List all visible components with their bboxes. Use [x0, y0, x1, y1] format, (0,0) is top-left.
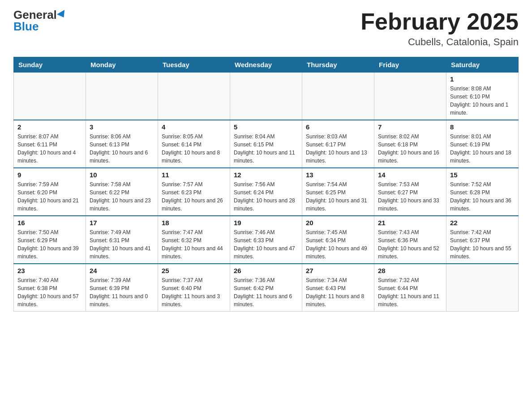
day-info: Sunrise: 7:54 AMSunset: 6:25 PMDaylight:… [306, 180, 370, 213]
day-info: Sunrise: 7:34 AMSunset: 6:43 PMDaylight:… [306, 276, 370, 308]
day-info: Sunrise: 7:52 AMSunset: 6:28 PMDaylight:… [450, 180, 515, 213]
calendar-day-cell: 4Sunrise: 8:05 AMSunset: 6:14 PMDaylight… [158, 120, 230, 168]
day-info: Sunrise: 8:02 AMSunset: 6:18 PMDaylight:… [378, 133, 442, 165]
calendar-day-cell: 12Sunrise: 7:56 AMSunset: 6:24 PMDayligh… [230, 168, 302, 216]
calendar-day-cell: 15Sunrise: 7:52 AMSunset: 6:28 PMDayligh… [446, 168, 519, 216]
weekday-header-saturday: Saturday [446, 57, 519, 73]
day-number: 13 [306, 171, 370, 179]
day-info: Sunrise: 7:42 AMSunset: 6:37 PMDaylight:… [450, 228, 515, 261]
day-info: Sunrise: 7:45 AMSunset: 6:34 PMDaylight:… [306, 228, 370, 261]
day-number: 10 [90, 171, 154, 179]
day-number: 20 [306, 219, 370, 227]
logo-general-text: General [13, 9, 57, 21]
calendar-day-cell: 9Sunrise: 7:59 AMSunset: 6:20 PMDaylight… [14, 168, 86, 216]
logo-blue-text: Blue [13, 21, 39, 32]
day-info: Sunrise: 7:37 AMSunset: 6:40 PMDaylight:… [162, 276, 226, 308]
day-number: 26 [234, 267, 298, 274]
calendar-day-cell [230, 73, 302, 120]
day-number: 12 [234, 171, 298, 179]
day-info: Sunrise: 7:50 AMSunset: 6:29 PMDaylight:… [17, 228, 82, 261]
calendar-day-cell: 23Sunrise: 7:40 AMSunset: 6:38 PMDayligh… [14, 264, 86, 312]
day-info: Sunrise: 7:53 AMSunset: 6:27 PMDaylight:… [378, 180, 442, 213]
calendar-day-cell: 11Sunrise: 7:57 AMSunset: 6:23 PMDayligh… [158, 168, 230, 216]
day-info: Sunrise: 7:57 AMSunset: 6:23 PMDaylight:… [162, 180, 226, 213]
calendar-week-row: 23Sunrise: 7:40 AMSunset: 6:38 PMDayligh… [14, 264, 519, 312]
day-number: 23 [17, 267, 82, 274]
day-info: Sunrise: 7:40 AMSunset: 6:38 PMDaylight:… [17, 276, 82, 308]
calendar-week-row: 1Sunrise: 8:08 AMSunset: 6:10 PMDaylight… [14, 73, 519, 120]
calendar-day-cell: 6Sunrise: 8:03 AMSunset: 6:17 PMDaylight… [302, 120, 374, 168]
calendar-day-cell [86, 73, 158, 120]
day-number: 24 [90, 267, 154, 274]
day-info: Sunrise: 8:01 AMSunset: 6:19 PMDaylight:… [450, 133, 515, 165]
day-info: Sunrise: 7:49 AMSunset: 6:31 PMDaylight:… [90, 228, 154, 261]
day-number: 7 [378, 123, 442, 131]
day-info: Sunrise: 8:08 AMSunset: 6:10 PMDaylight:… [450, 85, 515, 117]
day-info: Sunrise: 7:58 AMSunset: 6:22 PMDaylight:… [90, 180, 154, 213]
weekday-header-wednesday: Wednesday [230, 57, 302, 73]
calendar-table: SundayMondayTuesdayWednesdayThursdayFrid… [13, 57, 519, 312]
calendar-day-cell: 20Sunrise: 7:45 AMSunset: 6:34 PMDayligh… [302, 216, 374, 264]
page-header: General Blue February 2025 Cubells, Cata… [13, 9, 519, 48]
calendar-day-cell: 22Sunrise: 7:42 AMSunset: 6:37 PMDayligh… [446, 216, 519, 264]
title-area: February 2025 Cubells, Catalonia, Spain [360, 9, 519, 48]
logo-triangle-icon [57, 10, 68, 20]
day-number: 5 [234, 123, 298, 131]
location-subtitle: Cubells, Catalonia, Spain [360, 36, 519, 48]
day-info: Sunrise: 8:07 AMSunset: 6:11 PMDaylight:… [17, 133, 82, 165]
weekday-header-friday: Friday [374, 57, 446, 73]
day-number: 8 [450, 123, 515, 131]
calendar-day-cell: 25Sunrise: 7:37 AMSunset: 6:40 PMDayligh… [158, 264, 230, 312]
calendar-day-cell [14, 73, 86, 120]
day-info: Sunrise: 7:59 AMSunset: 6:20 PMDaylight:… [17, 180, 82, 213]
day-number: 9 [17, 171, 82, 179]
day-number: 21 [378, 219, 442, 227]
day-number: 14 [378, 171, 442, 179]
weekday-header-thursday: Thursday [302, 57, 374, 73]
day-number: 6 [306, 123, 370, 131]
month-title: February 2025 [360, 9, 519, 34]
calendar-week-row: 9Sunrise: 7:59 AMSunset: 6:20 PMDaylight… [14, 168, 519, 216]
calendar-day-cell: 8Sunrise: 8:01 AMSunset: 6:19 PMDaylight… [446, 120, 519, 168]
day-number: 11 [162, 171, 226, 179]
day-number: 27 [306, 267, 370, 274]
calendar-day-cell: 18Sunrise: 7:47 AMSunset: 6:32 PMDayligh… [158, 216, 230, 264]
day-info: Sunrise: 8:06 AMSunset: 6:13 PMDaylight:… [90, 133, 154, 165]
day-number: 4 [162, 123, 226, 131]
calendar-week-row: 2Sunrise: 8:07 AMSunset: 6:11 PMDaylight… [14, 120, 519, 168]
calendar-day-cell [158, 73, 230, 120]
calendar-day-cell: 5Sunrise: 8:04 AMSunset: 6:15 PMDaylight… [230, 120, 302, 168]
day-info: Sunrise: 8:04 AMSunset: 6:15 PMDaylight:… [234, 133, 298, 165]
calendar-day-cell: 26Sunrise: 7:36 AMSunset: 6:42 PMDayligh… [230, 264, 302, 312]
calendar-day-cell [446, 264, 519, 312]
calendar-day-cell: 21Sunrise: 7:43 AMSunset: 6:36 PMDayligh… [374, 216, 446, 264]
weekday-header-monday: Monday [86, 57, 158, 73]
calendar-day-cell: 14Sunrise: 7:53 AMSunset: 6:27 PMDayligh… [374, 168, 446, 216]
day-info: Sunrise: 7:47 AMSunset: 6:32 PMDaylight:… [162, 228, 226, 261]
calendar-day-cell: 1Sunrise: 8:08 AMSunset: 6:10 PMDaylight… [446, 73, 519, 120]
calendar-day-cell: 27Sunrise: 7:34 AMSunset: 6:43 PMDayligh… [302, 264, 374, 312]
weekday-header-tuesday: Tuesday [158, 57, 230, 73]
day-number: 22 [450, 219, 515, 227]
weekday-header-sunday: Sunday [14, 57, 86, 73]
calendar-day-cell: 13Sunrise: 7:54 AMSunset: 6:25 PMDayligh… [302, 168, 374, 216]
calendar-day-cell: 2Sunrise: 8:07 AMSunset: 6:11 PMDaylight… [14, 120, 86, 168]
day-number: 25 [162, 267, 226, 274]
day-number: 2 [17, 123, 82, 131]
day-number: 16 [17, 219, 82, 227]
day-info: Sunrise: 7:56 AMSunset: 6:24 PMDaylight:… [234, 180, 298, 213]
calendar-day-cell: 16Sunrise: 7:50 AMSunset: 6:29 PMDayligh… [14, 216, 86, 264]
day-number: 18 [162, 219, 226, 227]
day-info: Sunrise: 7:43 AMSunset: 6:36 PMDaylight:… [378, 228, 442, 261]
calendar-day-cell: 10Sunrise: 7:58 AMSunset: 6:22 PMDayligh… [86, 168, 158, 216]
day-number: 17 [90, 219, 154, 227]
calendar-day-cell [302, 73, 374, 120]
day-number: 15 [450, 171, 515, 179]
calendar-day-cell [374, 73, 446, 120]
day-info: Sunrise: 8:03 AMSunset: 6:17 PMDaylight:… [306, 133, 370, 165]
calendar-day-cell: 3Sunrise: 8:06 AMSunset: 6:13 PMDaylight… [86, 120, 158, 168]
calendar-day-cell: 19Sunrise: 7:46 AMSunset: 6:33 PMDayligh… [230, 216, 302, 264]
day-info: Sunrise: 7:36 AMSunset: 6:42 PMDaylight:… [234, 276, 298, 308]
calendar-day-cell: 28Sunrise: 7:32 AMSunset: 6:44 PMDayligh… [374, 264, 446, 312]
day-number: 3 [90, 123, 154, 131]
